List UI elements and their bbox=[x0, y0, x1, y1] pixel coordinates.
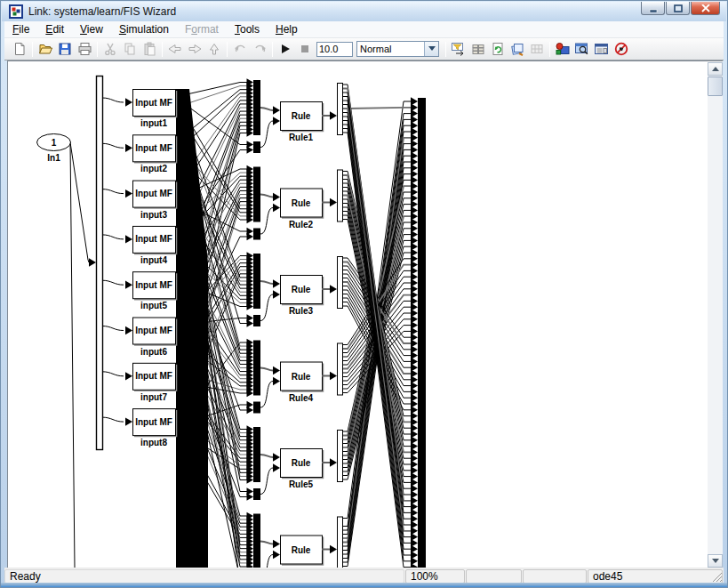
model-canvas[interactable]: 1In1Input MFinput1Input MFinput2Input MF… bbox=[9, 62, 708, 568]
inport-number: 1 bbox=[52, 138, 57, 148]
model-browser-button[interactable] bbox=[449, 40, 468, 59]
simulation-mode-value: Normal bbox=[357, 44, 424, 54]
close-button[interactable] bbox=[691, 2, 720, 15]
simulation-stop-time-input[interactable] bbox=[316, 42, 353, 57]
rule-demux-bar-6[interactable] bbox=[338, 517, 343, 568]
close-icon bbox=[701, 4, 710, 12]
rule-label: Rule5 bbox=[289, 479, 314, 489]
rule-mux-bar-6[interactable] bbox=[253, 514, 260, 568]
undo-button[interactable] bbox=[230, 40, 250, 59]
no-entry-icon bbox=[614, 42, 628, 56]
new-model-button[interactable] bbox=[10, 40, 29, 59]
dense-signal-band bbox=[176, 89, 208, 568]
model-explorer-button[interactable] bbox=[572, 40, 592, 59]
rule-mux-short-bar-5[interactable] bbox=[253, 488, 260, 500]
cut-scissors-icon bbox=[103, 42, 117, 56]
block-diagram: 1In1Input MFinput1Input MFinput2Input MF… bbox=[9, 62, 708, 568]
paste-button[interactable] bbox=[140, 40, 159, 59]
rule-mux-bar-1[interactable] bbox=[253, 80, 260, 135]
menu-format[interactable]: Format bbox=[177, 21, 227, 37]
save-model-button[interactable] bbox=[55, 40, 75, 59]
open-model-button[interactable] bbox=[36, 40, 55, 59]
remove-highlighting-button[interactable] bbox=[612, 40, 631, 59]
rule-mux-short-bar-1[interactable] bbox=[253, 141, 260, 153]
rule-text: Rule bbox=[292, 458, 311, 468]
input-mf-text: Input MF bbox=[135, 280, 172, 290]
status-empty-2 bbox=[523, 569, 587, 584]
model-browser-icon bbox=[451, 42, 467, 56]
resize-grip[interactable] bbox=[712, 572, 723, 583]
up-arrow-icon bbox=[207, 42, 221, 56]
diagnostics-icon bbox=[510, 42, 525, 56]
minimize-icon bbox=[649, 4, 658, 12]
library-browser-button[interactable] bbox=[553, 40, 572, 59]
rule-mux-short-bar-4[interactable] bbox=[253, 402, 260, 414]
status-empty-1 bbox=[466, 569, 522, 584]
scroll-up-button[interactable] bbox=[708, 62, 723, 76]
input-mf-text: Input MF bbox=[135, 189, 172, 198]
rule-text: Rule bbox=[292, 111, 311, 121]
debugger-button[interactable] bbox=[592, 40, 612, 59]
debugger-icon bbox=[594, 42, 610, 56]
menu-help[interactable]: Help bbox=[268, 21, 306, 37]
menu-view[interactable]: View bbox=[72, 21, 111, 37]
menu-tools[interactable]: Tools bbox=[227, 21, 268, 37]
back-arrow-icon bbox=[167, 42, 183, 56]
rule-demux-bar-2[interactable] bbox=[338, 170, 343, 222]
rule-mux-bar-2[interactable] bbox=[253, 167, 260, 222]
rule-mux-short-bar-3[interactable] bbox=[253, 315, 260, 326]
rule-demux-bar-3[interactable] bbox=[338, 257, 343, 309]
rule-demux-bar-1[interactable] bbox=[338, 84, 343, 135]
vertical-scrollbar[interactable] bbox=[708, 62, 723, 568]
combo-drop-button[interactable] bbox=[424, 42, 438, 56]
input-demux-bar[interactable] bbox=[97, 77, 103, 450]
title-bar[interactable]: Link: systema/learn/FIS Wizard bbox=[2, 2, 726, 21]
start-simulation-button[interactable] bbox=[276, 40, 295, 59]
menu-edit[interactable]: Edit bbox=[37, 21, 72, 37]
simulation-diagnostics-button[interactable] bbox=[508, 40, 527, 59]
simulation-mode-select[interactable]: Normal bbox=[356, 41, 439, 57]
go-forward-button[interactable] bbox=[185, 40, 204, 59]
menu-bar: FileEditViewSimulationFormatToolsHelp bbox=[4, 21, 724, 38]
menu-file[interactable]: File bbox=[4, 21, 37, 37]
rule-mux-bar-3[interactable] bbox=[253, 254, 260, 309]
rule-label: Rule4 bbox=[289, 393, 314, 403]
input-mf-label: input3 bbox=[140, 210, 167, 220]
input-mf-text: Input MF bbox=[135, 417, 172, 427]
maximize-button[interactable] bbox=[666, 2, 690, 15]
output-mux-bar[interactable] bbox=[418, 98, 426, 568]
menu-simulation[interactable]: Simulation bbox=[111, 21, 177, 37]
update-diagram-button[interactable] bbox=[488, 40, 508, 59]
inport-block-in1[interactable] bbox=[37, 134, 97, 568]
window-bottom-edge bbox=[1, 583, 727, 587]
build-disabled-icon bbox=[530, 42, 544, 56]
print-button[interactable] bbox=[75, 40, 94, 59]
stop-simulation-button[interactable] bbox=[295, 40, 315, 59]
input-mf-text: Input MF bbox=[135, 234, 172, 244]
rule-text: Rule bbox=[292, 545, 311, 555]
copy-button[interactable] bbox=[120, 40, 140, 59]
rule-text: Rule bbox=[292, 198, 311, 208]
model-explorer-bricks-button[interactable] bbox=[468, 40, 488, 59]
toolbar: Normal bbox=[4, 38, 724, 60]
rule-demux-bar-4[interactable] bbox=[338, 343, 343, 395]
scroll-down-button[interactable] bbox=[708, 554, 723, 568]
rule-mux-short-bar-2[interactable] bbox=[253, 229, 260, 240]
stop-icon bbox=[300, 44, 310, 54]
chevron-down-icon bbox=[428, 46, 436, 52]
build-button[interactable] bbox=[527, 40, 547, 59]
zoom-level: 100% bbox=[405, 569, 465, 584]
cut-button[interactable] bbox=[100, 40, 120, 59]
scroll-thumb[interactable] bbox=[708, 77, 723, 96]
rule-mux-bar-5[interactable] bbox=[253, 427, 260, 482]
redo-button[interactable] bbox=[250, 40, 269, 59]
forward-arrow-icon bbox=[187, 42, 203, 56]
minimize-button[interactable] bbox=[641, 2, 665, 15]
go-back-button[interactable] bbox=[165, 40, 185, 59]
paste-icon bbox=[142, 42, 156, 56]
rule-mux-bar-4[interactable] bbox=[253, 341, 260, 396]
go-up-button[interactable] bbox=[204, 40, 224, 59]
rule-demux-bar-5[interactable] bbox=[338, 431, 343, 482]
rule-to-output-signal-lines[interactable] bbox=[342, 85, 418, 568]
library-browser-icon bbox=[555, 42, 571, 56]
